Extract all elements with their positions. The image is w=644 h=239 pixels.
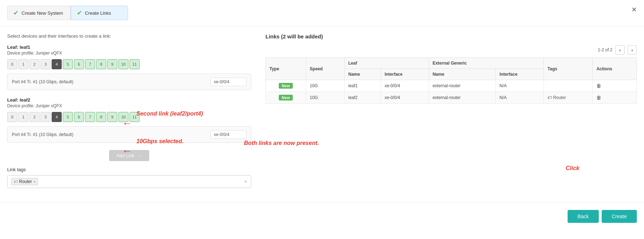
tags-cell: 🏷 Router	[544, 92, 593, 104]
col-leaf-iface: Interface	[381, 69, 429, 80]
leaf2-port-input[interactable]	[211, 130, 246, 139]
leaf-iface-cell: xe-0/0/4	[381, 92, 429, 104]
step-create-links[interactable]: ✔ Create Links	[71, 6, 128, 20]
ext-iface-cell: N/A	[496, 80, 544, 92]
leaf2-port-6[interactable]: 6	[74, 112, 84, 122]
leaf1-name: Leaf: leaf1	[7, 44, 251, 50]
leaf1-port-1[interactable]: 1	[18, 59, 28, 69]
leaf2-port-8[interactable]: 8	[96, 112, 106, 122]
pagination-next[interactable]: ›	[627, 45, 637, 55]
leaf-name-cell: leaf2	[344, 92, 381, 104]
leaf2-port-1[interactable]: 1	[18, 112, 28, 122]
col-leaf-name: Name	[344, 69, 381, 80]
col-speed: Speed	[306, 58, 344, 80]
pagination-text: 1-2 of 2	[598, 47, 612, 52]
create-button[interactable]: Create	[602, 210, 637, 223]
leaf1-section: Leaf: leaf1 Device profile: Juniper vQFX…	[7, 44, 251, 90]
leaf1-profile: Device profile: Juniper vQFX	[7, 51, 251, 56]
leaf2-port-field: Port #4 Tr. #1 (10 Gbps, default)	[7, 126, 251, 143]
leaf2-port-0[interactable]: 0	[7, 112, 17, 122]
close-button[interactable]: ✕	[631, 6, 637, 14]
leaf2-port-5[interactable]: 5	[63, 112, 73, 122]
leaf2-port-9[interactable]: 9	[107, 112, 117, 122]
tag-name: Router	[19, 179, 32, 184]
step-system-label: Create New System	[22, 10, 63, 16]
check-icon-system: ✔	[13, 9, 19, 17]
leaf1-port-5[interactable]: 5	[63, 59, 73, 69]
leaf1-port-8[interactable]: 8	[96, 59, 106, 69]
leaf1-port-0[interactable]: 0	[7, 59, 17, 69]
step-links-label: Create Links	[85, 10, 111, 16]
ext-iface-cell: N/A	[496, 92, 544, 104]
leaf1-port-10[interactable]: 10	[118, 59, 128, 69]
leaf2-port-7[interactable]: 7	[85, 112, 95, 122]
col-ext-name: Name	[429, 69, 496, 80]
leaf1-port-7[interactable]: 7	[85, 59, 95, 69]
col-external-group: External Generic	[429, 58, 544, 69]
links-title: Links (2 will be added)	[265, 33, 637, 39]
col-tags: Tags	[544, 58, 593, 80]
actions-cell: 🗑	[593, 80, 637, 92]
leaf1-port-11[interactable]: 11	[130, 59, 140, 69]
pagination-row: 1-2 of 2 ‹ ›	[265, 45, 637, 55]
leaf2-port-10[interactable]: 10	[118, 112, 128, 122]
add-link-button[interactable]: Add Link →	[109, 150, 149, 161]
leaf2-port-11[interactable]: 11	[130, 112, 140, 122]
tags-input-box[interactable]: 🏷 Router × ×	[7, 175, 251, 188]
leaf1-port-buttons: 0 1 2 3 4 5 6 7 8 9 10 11	[7, 59, 251, 69]
step-create-system[interactable]: ✔ Create New System	[7, 6, 71, 20]
leaf1-port-input[interactable]	[211, 78, 246, 86]
leaf2-port-buttons: 0 1 2 3 4 5 6 7 8 9 10 11	[7, 112, 251, 122]
delete-row-button[interactable]: 🗑	[596, 83, 601, 89]
right-panel: Links (2 will be added) 1-2 of 2 ‹ › Typ…	[265, 33, 637, 188]
tags-clear-button[interactable]: ×	[244, 179, 247, 184]
col-leaf-group: Leaf	[344, 58, 429, 69]
badge-cell: New	[266, 92, 306, 104]
delete-row-button[interactable]: 🗑	[596, 95, 601, 100]
ext-name-cell: external-router	[429, 80, 496, 92]
leaf2-port-label: Port #4 Tr. #1 (10 Gbps, default)	[12, 132, 206, 137]
col-actions: Actions	[593, 58, 637, 80]
leaf1-port-field: Port #4 Tr. #1 (10 Gbps, default)	[7, 74, 251, 90]
leaf1-port-6[interactable]: 6	[74, 59, 84, 69]
leaf-name-cell: leaf1	[344, 80, 381, 92]
back-button[interactable]: Back	[568, 210, 599, 223]
add-link-row: Add Link →	[7, 150, 251, 161]
leaf2-name: Leaf: leaf2	[7, 97, 251, 103]
actions-cell: 🗑	[593, 92, 637, 104]
steps-header: ✔ Create New System ✔ Create Links	[0, 0, 644, 26]
pagination-prev[interactable]: ‹	[615, 45, 625, 55]
col-type: Type	[266, 58, 306, 80]
leaf1-port-2[interactable]: 2	[29, 59, 39, 69]
col-ext-iface: Interface	[496, 69, 544, 80]
links-table: Type Speed Leaf External Generic Tags Ac…	[265, 57, 637, 104]
add-link-label: Add Link	[116, 153, 135, 158]
leaf-iface-cell: xe-0/0/4	[381, 80, 429, 92]
ext-name-cell: external-router	[429, 92, 496, 104]
check-icon-links: ✔	[77, 9, 82, 17]
speed-cell: 10G	[306, 92, 344, 104]
leaf2-port-4[interactable]: 4	[52, 112, 62, 122]
tag-remove-button[interactable]: ×	[33, 179, 36, 184]
leaf2-port-2[interactable]: 2	[29, 112, 39, 122]
leaf2-port-3[interactable]: 3	[41, 112, 51, 122]
badge-new: New	[279, 95, 293, 100]
leaf1-port-9[interactable]: 9	[107, 59, 117, 69]
link-tags-label: Link tags	[7, 167, 251, 172]
badge-cell: New	[266, 80, 306, 92]
speed-cell: 10G	[306, 80, 344, 92]
leaf2-profile: Device profile: Juniper vQFX	[7, 103, 251, 108]
router-tag: 🏷 Router ×	[11, 178, 38, 185]
tags-cell	[544, 80, 593, 92]
router-tag-cell: 🏷 Router	[547, 95, 566, 100]
leaf1-port-4[interactable]: 4	[52, 59, 62, 69]
footer-area: Back Create	[0, 202, 644, 230]
badge-new: New	[279, 83, 293, 89]
arrow-right-icon: →	[137, 153, 142, 158]
main-content: Select devices and their interfaces to c…	[0, 26, 644, 195]
leaf1-port-3[interactable]: 3	[41, 59, 51, 69]
table-row: New 10G leaf1 xe-0/0/4 external-router N…	[266, 80, 637, 92]
leaf2-section: Leaf: leaf2 Device profile: Juniper vQFX…	[7, 97, 251, 143]
tag-icon: 🏷	[14, 179, 18, 184]
link-tags-section: Link tags 🏷 Router × ×	[7, 167, 251, 188]
